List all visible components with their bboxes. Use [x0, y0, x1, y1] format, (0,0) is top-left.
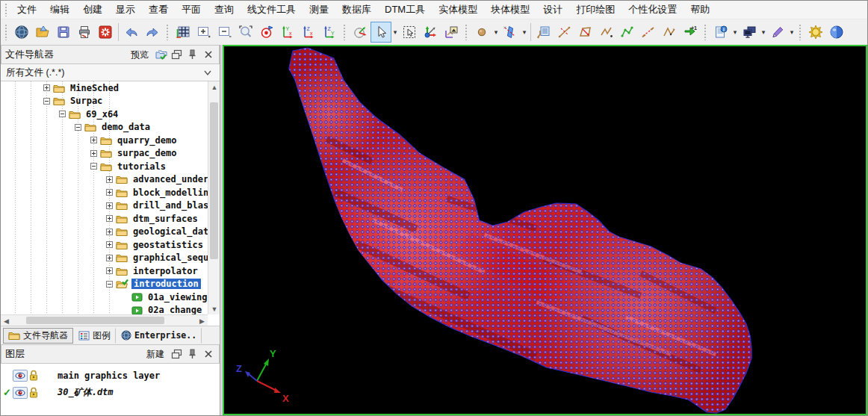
save-button[interactable]	[53, 22, 74, 43]
close-panel-icon[interactable]	[201, 49, 215, 61]
file-properties-button[interactable]: i	[710, 22, 731, 43]
zoom-data-extents-button[interactable]	[173, 22, 193, 43]
file-filter-select[interactable]: 所有文件 (.*.*)	[1, 64, 220, 81]
tab-file-navigator[interactable]: 文件导航器	[3, 328, 73, 344]
layer-unlocked-icon[interactable]	[28, 370, 40, 382]
toolbar-grip[interactable]	[166, 24, 170, 40]
display-monitors-button[interactable]	[739, 22, 760, 43]
collapse-minus-icon[interactable]	[90, 163, 97, 170]
menubar-grip[interactable]	[4, 3, 8, 16]
expand-plus-icon[interactable]	[106, 176, 113, 183]
menu-item-13[interactable]: 块体模型	[484, 1, 536, 19]
string-reverse-button[interactable]	[659, 22, 680, 43]
menu-item-6[interactable]: 平面	[175, 1, 208, 19]
expand-plus-icon[interactable]	[90, 150, 97, 157]
polygon-close-button[interactable]	[575, 22, 596, 43]
float-panel-icon[interactable]	[170, 49, 184, 61]
zoom-window-button[interactable]	[235, 22, 256, 43]
tab-enterprise[interactable]: Enterprise..	[116, 328, 202, 344]
tree-item-dtm_surfaces[interactable]: dtm_surfaces	[1, 212, 208, 226]
toolbar-grip[interactable]	[799, 24, 802, 40]
vertical-scroll-thumb[interactable]	[210, 102, 218, 259]
menu-item-3[interactable]: 创建	[76, 1, 109, 19]
select-mode-button[interactable]	[371, 22, 391, 43]
zigzag-break-button[interactable]	[596, 22, 617, 43]
segment-tool-button[interactable]	[500, 22, 521, 43]
menu-item-10[interactable]: 数据库	[335, 1, 378, 19]
tree-item-69_x64[interactable]: 69_x64	[1, 108, 208, 121]
graphics-viewport[interactable]: Y X Z	[223, 45, 867, 415]
tree-item-demo_data[interactable]: demo_data	[1, 121, 208, 134]
tree-item-geological_dat[interactable]: geological_dat	[1, 226, 208, 239]
view-section-zy-button[interactable]: ZY	[319, 22, 340, 43]
world-button[interactable]	[11, 22, 32, 43]
tree-item-drill_and_blast[interactable]: drill_and_blast	[1, 199, 208, 213]
expand-plus-icon[interactable]	[106, 189, 113, 196]
collapse-minus-icon[interactable]	[43, 98, 50, 105]
line-dashed-button[interactable]	[554, 22, 575, 43]
menu-item-11[interactable]: DTM工具	[378, 1, 432, 19]
expand-plus-icon[interactable]	[106, 215, 113, 222]
menu-item-16[interactable]: 个性化设置	[621, 1, 683, 19]
tab-legend[interactable]: 图例	[73, 328, 116, 344]
expand-plus-icon[interactable]	[106, 229, 113, 235]
tree-item-MineSched[interactable]: MineSched	[1, 81, 208, 95]
tree-item-block_modelling[interactable]: block_modelling	[1, 186, 208, 199]
tree-item-tutorials[interactable]: tutorials	[1, 160, 208, 173]
image-overlay-button[interactable]	[441, 22, 462, 43]
refresh-tree-icon[interactable]	[154, 49, 168, 61]
collapse-minus-icon[interactable]	[75, 124, 81, 131]
new-layer-button[interactable]: 新建	[143, 347, 168, 362]
transform-axes-button[interactable]	[420, 22, 441, 43]
segment-tool-dropdown-caret[interactable]: ▾	[521, 28, 528, 36]
tree-item-graphical_seque[interactable]: graphical_seque	[1, 252, 208, 265]
sphere-view-button[interactable]	[826, 22, 847, 43]
point-string-green-button[interactable]	[617, 22, 638, 43]
menu-item-17[interactable]: 帮助	[683, 1, 716, 19]
menu-item-12[interactable]: 实体模型	[432, 1, 484, 19]
scroll-left-icon[interactable]: ◀	[1, 315, 12, 326]
toolbar-grip[interactable]	[704, 24, 707, 40]
menu-item-14[interactable]: 设计	[536, 1, 569, 19]
close-panel-icon[interactable]	[201, 348, 215, 361]
string-properties-button[interactable]	[533, 22, 554, 43]
segment-dashed-button[interactable]	[638, 22, 659, 43]
tree-item-surpac_demo[interactable]: surpac_demo	[1, 147, 208, 161]
menu-item-15[interactable]: 打印绘图	[569, 1, 621, 19]
view-target-button[interactable]	[256, 22, 277, 43]
scroll-right-icon[interactable]: ▶	[196, 315, 208, 326]
expand-plus-icon[interactable]	[106, 202, 113, 209]
horizontal-scroll-thumb[interactable]	[26, 317, 164, 324]
rotate-view-button[interactable]	[350, 22, 371, 43]
expand-plus-icon[interactable]	[43, 84, 50, 91]
pin-panel-icon[interactable]	[185, 49, 199, 61]
select-mode-dropdown-caret[interactable]: ▾	[391, 28, 399, 36]
scroll-down-icon[interactable]: ▼	[208, 303, 220, 314]
print-button[interactable]	[74, 22, 95, 43]
tree-item-quarry_demo[interactable]: quarry_demo	[1, 134, 208, 147]
menu-item-4[interactable]: 显示	[109, 1, 142, 19]
layer-active-check-icon[interactable]: ✓	[2, 387, 12, 398]
expand-plus-icon[interactable]	[106, 255, 113, 261]
layer-unlocked-icon[interactable]	[28, 387, 40, 399]
toolbar-grip[interactable]	[465, 24, 468, 40]
expand-plus-icon[interactable]	[106, 267, 113, 274]
scroll-up-icon[interactable]: ▲	[208, 81, 220, 93]
undo-button[interactable]	[121, 22, 142, 43]
menu-item-2[interactable]: 编辑	[43, 1, 76, 19]
zoom-in-button[interactable]	[193, 22, 214, 43]
float-panel-icon[interactable]	[170, 348, 184, 361]
reset-graphics-button[interactable]	[95, 22, 116, 43]
edit-pencil-dropdown-caret[interactable]: ▾	[788, 28, 796, 36]
lighting-sun-button[interactable]	[805, 22, 826, 43]
menu-item-1[interactable]: 文件	[10, 1, 43, 19]
tree-item-geostatistics[interactable]: geostatistics	[1, 238, 208, 252]
toolbar-grip[interactable]	[343, 24, 347, 40]
open-file-button[interactable]	[32, 22, 53, 43]
menu-item-8[interactable]: 线文件工具	[241, 1, 303, 19]
layer-visibility-eye-icon[interactable]	[13, 370, 28, 382]
tree-item-interpolator[interactable]: interpolator	[1, 264, 208, 278]
tree-item-advanced_underg[interactable]: advanced_underg	[1, 173, 208, 187]
tree-item-02a_change[interactable]: 02a_change	[1, 304, 208, 315]
tree-item-introduction[interactable]: introduction	[1, 278, 208, 291]
